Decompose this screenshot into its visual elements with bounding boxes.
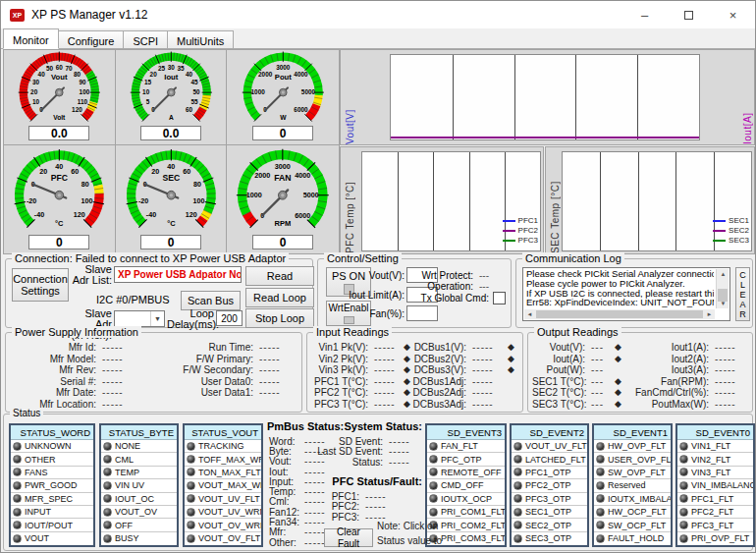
read-loop-button[interactable]: Read Loop <box>245 288 314 307</box>
svg-text:6000: 6000 <box>294 106 308 113</box>
horizontal-scroll-thumb[interactable] <box>536 310 703 318</box>
stop-loop-button[interactable]: Stop Loop <box>245 308 314 328</box>
reading-value[interactable]: ----- <box>389 446 422 457</box>
scroll-up-icon[interactable]: ▲ <box>718 269 729 279</box>
svg-text:1000: 1000 <box>250 88 265 95</box>
reading-row: Mfr Model:----- <box>12 354 141 365</box>
reading-value: ----- <box>472 399 508 410</box>
status-flag-label: VOUT_OV <box>115 507 157 517</box>
chart-sec-temp: SEC Temp [°C] SEC1SEC2SEC3 <box>545 146 755 254</box>
reading-label: DCBus3Adj: <box>409 399 466 410</box>
status-led-icon <box>187 534 195 543</box>
scroll-down-icon[interactable]: ▼ <box>718 299 729 308</box>
tab-monitor[interactable]: Monitor <box>3 28 59 49</box>
status-led-icon <box>679 521 688 529</box>
slave-adr-list-field[interactable]: XP Power USB Adpator Not Found <box>114 266 242 283</box>
reading-value: ----- <box>259 354 298 364</box>
reading-row: PFC2:----- <box>302 502 399 513</box>
reading-value: ----- <box>472 342 508 353</box>
connection-group-title: Connection: Failed to connect to XP Powe… <box>12 252 289 264</box>
svg-text:Pout: Pout <box>275 73 293 82</box>
reading-row: PFC1 T(°C):-----◆ <box>311 376 410 388</box>
minimize-button[interactable]: – <box>622 1 667 28</box>
reading-value: --- <box>591 387 615 398</box>
tab-scpi[interactable]: SCPI <box>123 30 168 48</box>
reading-value[interactable]: ----- <box>389 457 422 468</box>
scroll-left-icon[interactable]: ◄ <box>524 309 535 319</box>
chart-gridline <box>638 152 639 250</box>
gauge-pout: 0100020003000400050006000PoutW 0 <box>227 50 339 145</box>
status-row: MFR_SPEC <box>11 493 93 506</box>
reading-label: Mfr Id: <box>12 342 96 353</box>
communication-log-box[interactable]: Please check PICkit Serial Analyzer conn… <box>522 267 730 321</box>
reading-label: F/W Primary: <box>151 354 253 364</box>
tx-global-cmd-checkbox[interactable] <box>493 292 506 304</box>
connection-settings-button[interactable]: Connection Settings <box>12 268 69 302</box>
svg-text:-20: -20 <box>138 197 148 205</box>
reading-label: Pout(W): <box>532 364 585 375</box>
vout-iout-plot <box>390 54 700 140</box>
status-led-icon <box>596 508 605 517</box>
status-led-icon <box>187 508 195 517</box>
ps-info-title: Power Supply Information <box>12 326 141 338</box>
reading-value[interactable]: ----- <box>365 491 399 502</box>
fan-field[interactable] <box>406 305 438 321</box>
status-row: PFC2_FLT <box>677 506 753 519</box>
status-row: FAULT_HOLD <box>594 532 671 545</box>
iout-axis-label: Iout[A] <box>742 50 753 144</box>
status-row: SEC3_OTP <box>512 532 587 545</box>
close-button[interactable]: × <box>711 1 755 28</box>
status-flag-label: LATCHED_FLT <box>525 455 586 465</box>
status-led-icon <box>103 494 112 503</box>
clear-log-button[interactable]: CLEAR <box>735 267 750 321</box>
legend-label: SEC2 <box>729 227 749 235</box>
svg-text:120: 120 <box>185 211 196 219</box>
loop-delay-label: Loop Delay(ms): <box>167 308 214 330</box>
pfc-temp-axis-label: PFC Temp [°C] <box>345 147 355 253</box>
reading-label: DCBus2Adj: <box>409 387 466 398</box>
reading-label: Status: <box>302 457 383 468</box>
svg-text:Volt: Volt <box>53 114 66 121</box>
horizontal-scrollbar[interactable]: ◄ ► <box>524 309 715 319</box>
svg-text:40: 40 <box>55 163 63 171</box>
status-row: LATCHED_FLT <box>512 453 587 466</box>
status-row: PFC1_OTP <box>512 467 587 479</box>
read-button[interactable]: Read <box>245 266 314 286</box>
tab-multiunits[interactable]: MultiUnits <box>167 30 234 48</box>
ps-info-group: Power Supply Information Mfr Id:-----Mfr… <box>5 332 302 413</box>
status-row: PFC1_FLT <box>677 493 753 506</box>
reading-label: Vin3 Pk(V): <box>311 364 368 375</box>
status-flag-label: VOUT <box>25 533 49 543</box>
status-row: SW_OCP_FLT <box>594 519 671 531</box>
status-flag-label: VOUT_UV_WRN <box>198 507 261 517</box>
reading-row: DCBus2(V):-----◆ <box>409 354 514 365</box>
svg-text:100: 100 <box>81 197 93 205</box>
reading-label: PoutMax(W): <box>624 399 709 410</box>
reading-value: ----- <box>259 376 298 387</box>
scroll-right-icon[interactable]: ► <box>704 309 715 319</box>
chart-gridline <box>637 55 638 139</box>
reading-row: Iout2(A):----- <box>624 354 750 365</box>
reading-row: PoutMax(W):----- <box>624 399 750 411</box>
status-led-icon <box>13 508 22 517</box>
status-led-icon <box>429 442 438 451</box>
system-status-header: System Status: <box>308 420 422 432</box>
status-row: VOUT_OV <box>101 506 177 519</box>
reading-label: Other: <box>269 537 298 548</box>
loop-delay-field[interactable]: 200 <box>216 310 243 326</box>
vertical-scrollbar[interactable]: ▲ ▼ <box>716 269 729 308</box>
svg-text:5000: 5000 <box>303 191 319 199</box>
maximize-button[interactable] <box>667 1 711 28</box>
slave-adr-select[interactable]: ▼ <box>114 310 165 327</box>
reading-row: Status:----- <box>302 457 422 468</box>
tab-configure[interactable]: Configure <box>58 30 125 48</box>
clear-fault-button[interactable]: Clear Fault <box>324 528 373 547</box>
reading-value: ----- <box>472 376 508 387</box>
legend-label: SEC1 <box>729 217 749 225</box>
reading-value[interactable]: ----- <box>389 436 422 447</box>
reading-row: SEC3 T(°C):---◆ <box>532 399 621 411</box>
status-flag-label: VOUT_OV_FLT <box>198 533 260 543</box>
reading-value[interactable]: ----- <box>365 501 399 512</box>
svg-text:40: 40 <box>167 163 175 171</box>
svg-text:-20: -20 <box>27 197 36 205</box>
